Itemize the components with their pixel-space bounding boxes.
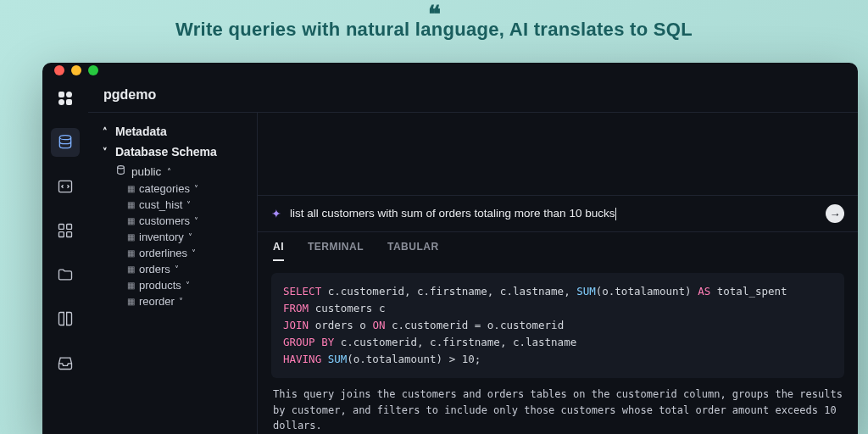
table-icon: ▦ xyxy=(127,184,135,193)
table-name: customers xyxy=(139,214,190,227)
prompt-input[interactable]: list all customers with sum of orders to… xyxy=(290,207,817,220)
chevron-down-icon: ˅ xyxy=(179,297,183,306)
database-icon[interactable] xyxy=(51,128,80,157)
submit-button[interactable]: → xyxy=(826,204,844,223)
table-item[interactable]: ▦cust_hist ˅ xyxy=(88,197,257,213)
chevron-up-icon: ˄ xyxy=(100,126,110,137)
tree-schema[interactable]: ˅ Database Schema xyxy=(88,142,257,162)
table-item[interactable]: ▦orderlines ˅ xyxy=(88,245,257,261)
logo-icon[interactable] xyxy=(51,84,80,113)
quote-icon: ❝ xyxy=(428,0,441,28)
svg-rect-4 xyxy=(59,232,64,237)
schema-name: public xyxy=(131,165,161,178)
nav-rail xyxy=(42,77,88,434)
chevron-down-icon: ˅ xyxy=(194,184,198,193)
app-window: pgdemo ˄ Metadata ˅ Database Schema xyxy=(42,63,858,434)
prompt-row: ✦ list all customers with sum of orders … xyxy=(258,196,858,232)
schema-icon xyxy=(115,164,127,178)
svg-point-6 xyxy=(118,166,125,169)
table-item[interactable]: ▦categories ˅ xyxy=(88,181,257,197)
svg-rect-2 xyxy=(59,225,64,230)
table-icon: ▦ xyxy=(127,264,135,274)
svg-rect-3 xyxy=(67,225,72,230)
table-name: orders xyxy=(139,263,170,275)
chevron-down-icon: ˅ xyxy=(192,248,196,258)
table-icon: ▦ xyxy=(127,200,135,209)
schema-sidebar: ˄ Metadata ˅ Database Schema public ˄ xyxy=(88,113,258,434)
inbox-icon[interactable] xyxy=(51,348,80,377)
chevron-down-icon: ˅ xyxy=(194,216,198,225)
minimize-icon[interactable] xyxy=(71,65,81,75)
svg-rect-5 xyxy=(67,232,72,237)
table-icon: ▦ xyxy=(127,232,135,242)
table-item[interactable]: ▦orders ˅ xyxy=(88,261,257,277)
table-icon: ▦ xyxy=(127,216,135,225)
table-name: inventory xyxy=(139,231,184,243)
table-item[interactable]: ▦customers ˅ xyxy=(88,213,257,229)
code-icon[interactable] xyxy=(51,172,80,201)
close-icon[interactable] xyxy=(54,65,64,75)
explanation-text: This query joins the customers and order… xyxy=(258,387,858,434)
table-icon: ▦ xyxy=(127,248,135,258)
table-item[interactable]: ▦reorder ˅ xyxy=(88,293,257,309)
tree-label: Database Schema xyxy=(115,145,217,159)
chevron-down-icon: ˅ xyxy=(186,281,190,290)
table-name: categories xyxy=(139,182,190,195)
page-title: pgdemo xyxy=(103,87,156,103)
sparkle-icon: ✦ xyxy=(271,207,281,220)
chevron-down-icon: ˅ xyxy=(188,232,192,242)
chevron-down-icon: ˅ xyxy=(175,264,179,274)
tab-tabular[interactable]: TABULAR xyxy=(387,241,439,261)
sql-code: SELECT c.customerid, c.firstname, c.last… xyxy=(271,273,844,378)
folder-icon[interactable] xyxy=(51,260,80,289)
chevron-up-icon: ˄ xyxy=(167,167,171,176)
table-name: reorder xyxy=(139,295,175,308)
dashboard-icon[interactable] xyxy=(51,216,80,245)
editor-blank xyxy=(258,113,858,196)
table-icon: ▦ xyxy=(127,281,135,290)
tree-label: Metadata xyxy=(115,125,167,138)
header: pgdemo xyxy=(88,77,858,113)
table-icon: ▦ xyxy=(127,297,135,306)
chevron-down-icon: ˅ xyxy=(186,200,191,209)
table-name: orderlines xyxy=(139,247,187,259)
tab-ai[interactable]: AI xyxy=(273,241,284,261)
chevron-down-icon: ˅ xyxy=(100,147,110,158)
tree-metadata[interactable]: ˄ Metadata xyxy=(88,121,257,142)
editor-pane: ✦ list all customers with sum of orders … xyxy=(258,113,858,434)
schema-public[interactable]: public ˄ xyxy=(88,162,257,181)
maximize-icon[interactable] xyxy=(88,65,98,75)
table-name: products xyxy=(139,279,181,292)
table-name: cust_hist xyxy=(139,198,182,211)
table-item[interactable]: ▦inventory ˅ xyxy=(88,229,257,245)
result-tabs: AI TERMINAL TABULAR xyxy=(258,232,858,261)
table-item[interactable]: ▦products ˅ xyxy=(88,277,257,293)
book-icon[interactable] xyxy=(51,304,80,333)
titlebar xyxy=(42,63,858,77)
svg-rect-1 xyxy=(59,181,72,192)
tab-terminal[interactable]: TERMINAL xyxy=(308,241,364,261)
svg-point-0 xyxy=(59,136,70,140)
